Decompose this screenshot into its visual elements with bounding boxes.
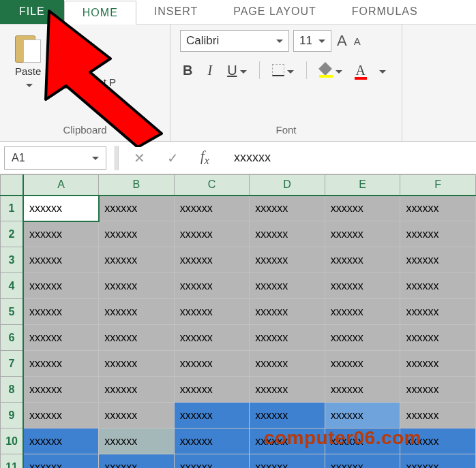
decrease-font-icon[interactable]: A xyxy=(353,35,362,47)
cell[interactable]: xxxxxx xyxy=(23,403,99,428)
cell[interactable]: xxxxxx xyxy=(174,454,250,469)
row-header[interactable]: 9 xyxy=(1,403,24,428)
cell[interactable]: xxxxxx xyxy=(23,454,99,469)
bold-button[interactable]: B xyxy=(180,63,195,78)
italic-button[interactable]: I xyxy=(205,63,215,78)
underline-button[interactable]: U xyxy=(224,63,249,78)
cell[interactable]: xxxxxx xyxy=(174,325,250,351)
cell[interactable]: xxxxxx xyxy=(325,325,400,351)
tab-insert[interactable]: INSERT xyxy=(136,0,215,24)
cell[interactable]: xxxxxx xyxy=(23,221,99,247)
cell[interactable]: xxxxxx xyxy=(325,351,400,377)
cell[interactable]: xxxxxx xyxy=(325,299,400,325)
cell[interactable]: xxxxxx xyxy=(174,247,250,273)
tab-file[interactable]: FILE xyxy=(0,0,64,24)
cell[interactable]: xxxxxx xyxy=(23,377,99,403)
cell[interactable]: xxxxxx xyxy=(400,325,476,351)
tab-home[interactable]: HOME xyxy=(64,1,136,25)
name-box[interactable]: A1 xyxy=(4,146,106,170)
tab-formulas[interactable]: FORMULAS xyxy=(334,0,436,24)
splitter[interactable] xyxy=(115,146,119,170)
fx-icon[interactable]: fx xyxy=(194,149,216,168)
row-header[interactable]: 4 xyxy=(1,273,24,299)
col-header-C[interactable]: C xyxy=(174,175,250,196)
enter-formula-icon[interactable]: ✓ xyxy=(160,150,185,166)
cut-button[interactable]: Cut xyxy=(55,33,116,48)
borders-button[interactable] xyxy=(269,63,297,78)
cell[interactable]: xxxxxx xyxy=(99,403,175,428)
row-header[interactable]: 3 xyxy=(1,247,24,273)
cell[interactable]: xxxxxx xyxy=(250,454,325,469)
cell[interactable]: xxxxxx xyxy=(325,403,400,428)
cell[interactable]: xxxxxx xyxy=(99,247,175,273)
cell[interactable]: xxxxxx xyxy=(99,325,175,351)
cell[interactable]: xxxxxx xyxy=(325,454,400,469)
increase-font-icon[interactable]: A xyxy=(336,32,348,50)
cell[interactable]: xxxxxx xyxy=(174,351,250,377)
cell[interactable]: xxxxxx xyxy=(174,403,250,428)
cell[interactable]: xxxxxx xyxy=(400,196,476,221)
cell[interactable]: xxxxxx xyxy=(250,221,325,247)
cell[interactable]: xxxxxx xyxy=(400,247,476,273)
formula-input[interactable]: xxxxxx xyxy=(224,151,472,165)
cell[interactable]: xxxxxx xyxy=(23,325,99,351)
copy-button[interactable]: Cop xyxy=(55,54,116,68)
paste-button[interactable]: Paste xyxy=(10,30,46,124)
cell[interactable]: xxxxxx xyxy=(174,299,250,325)
cell[interactable]: xxxxxx xyxy=(23,299,99,325)
cell[interactable]: xxxxxx xyxy=(400,403,476,428)
row-header[interactable]: 5 xyxy=(1,299,24,325)
cell[interactable]: xxxxxx xyxy=(400,454,476,469)
cell[interactable]: xxxxxx xyxy=(250,403,325,428)
cell[interactable]: xxxxxx xyxy=(174,377,250,403)
cell[interactable]: xxxxxx xyxy=(250,273,325,299)
cell[interactable]: xxxxxx xyxy=(99,377,175,403)
font-name-select[interactable]: Calibri xyxy=(180,30,289,52)
cell[interactable]: xxxxxx xyxy=(400,273,476,299)
row-header[interactable]: 8 xyxy=(1,377,24,403)
cell[interactable]: xxxxxx xyxy=(23,428,99,454)
cell[interactable]: xxxxxx xyxy=(99,221,175,247)
cell[interactable]: xxxxxx xyxy=(400,351,476,377)
cell[interactable]: xxxxxx xyxy=(99,196,175,221)
cell[interactable]: xxxxxx xyxy=(250,325,325,351)
worksheet-grid[interactable]: A B C D E F 1 xxxxxx xxxxxx xxxxxx xxxxx… xyxy=(0,174,476,468)
format-painter-button[interactable]: Format P xyxy=(55,75,116,89)
cell[interactable]: xxxxxx xyxy=(23,273,99,299)
cell[interactable]: xxxxxx xyxy=(400,377,476,403)
font-size-select[interactable]: 11 xyxy=(293,30,331,52)
font-color-button[interactable]: A xyxy=(355,63,367,78)
cell[interactable]: xxxxxx xyxy=(325,273,400,299)
cell[interactable]: xxxxxx xyxy=(400,221,476,247)
cell[interactable]: xxxxxx xyxy=(23,351,99,377)
row-header[interactable]: 2 xyxy=(1,221,24,247)
cell[interactable]: xxxxxx xyxy=(325,377,400,403)
cancel-formula-icon[interactable]: ✕ xyxy=(127,150,152,166)
cell[interactable]: xxxxxx xyxy=(250,377,325,403)
cell[interactable]: xxxxxx xyxy=(99,454,175,469)
cell[interactable]: xxxxxx xyxy=(99,299,175,325)
col-header-A[interactable]: A xyxy=(23,175,99,196)
fill-color-button[interactable] xyxy=(316,63,345,78)
cell[interactable]: xxxxxx xyxy=(23,196,99,221)
col-header-E[interactable]: E xyxy=(325,175,400,196)
col-header-D[interactable]: D xyxy=(250,175,325,196)
cell[interactable]: xxxxxx xyxy=(325,247,400,273)
col-header-F[interactable]: F xyxy=(400,175,476,196)
cell[interactable]: xxxxxx xyxy=(250,299,325,325)
row-header[interactable]: 7 xyxy=(1,351,24,377)
cell[interactable]: xxxxxx xyxy=(174,428,250,454)
cell[interactable]: xxxxxx xyxy=(325,196,400,221)
cell[interactable]: xxxxxx xyxy=(400,299,476,325)
cell[interactable]: xxxxxx xyxy=(250,196,325,221)
row-header[interactable]: 11 xyxy=(1,454,24,469)
cell[interactable]: xxxxxx xyxy=(174,196,250,221)
cell[interactable]: xxxxxx xyxy=(174,273,250,299)
cell[interactable]: xxxxxx xyxy=(174,221,250,247)
cell[interactable]: xxxxxx xyxy=(99,428,175,454)
cell[interactable]: xxxxxx xyxy=(99,273,175,299)
cell[interactable]: xxxxxx xyxy=(250,351,325,377)
row-header[interactable]: 6 xyxy=(1,325,24,351)
cell[interactable]: xxxxxx xyxy=(325,221,400,247)
select-all-corner[interactable] xyxy=(1,175,24,196)
